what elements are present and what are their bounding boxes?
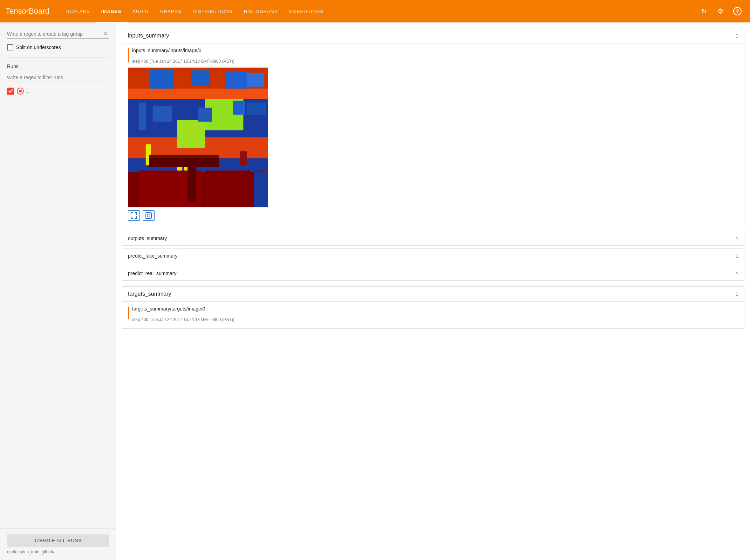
svg-rect-13 — [139, 103, 146, 131]
inputs-image-section: inputs_summary/inputs/image/0 . step 400… — [122, 43, 744, 225]
inputs-image-svg — [128, 67, 268, 207]
svg-rect-25 — [188, 167, 196, 202]
app-container: × Split on underscores Runs — [0, 22, 750, 560]
checkmark-icon — [8, 89, 13, 94]
run-radio-inner — [19, 90, 22, 93]
targets-image-step: step 400 (Tue Jan 24 2017 15:24:18 GMT-0… — [132, 317, 738, 322]
inputs-image-tag: inputs_summary/inputs/image/0 — [132, 48, 738, 53]
expand-icon — [130, 212, 137, 219]
header-actions: ↻ ⚙ ? — [697, 4, 744, 18]
app-logo: TensorBoard — [6, 7, 49, 16]
svg-rect-6 — [226, 71, 249, 89]
refresh-button[interactable]: ↻ — [697, 4, 711, 18]
svg-rect-23 — [149, 158, 219, 167]
targets-image-run: targets_summary/targets/image/0 . step 4… — [128, 306, 738, 323]
inputs-summary-count: 1 — [736, 33, 738, 39]
outputs-summary-count: 1 — [736, 236, 738, 241]
targets-image-tag: targets_summary/targets/image/0 — [132, 306, 738, 312]
app-header: TensorBoard SCALARSIMAGESAUDIOGRAPHSDIST… — [0, 0, 750, 22]
help-icon: ? — [733, 7, 742, 15]
targets-summary-header[interactable]: targets_summary 1 — [122, 287, 744, 302]
nav-item-audio[interactable]: AUDIO — [127, 1, 154, 23]
toggle-all-runs-button[interactable]: TOGGLE ALL RUNS — [7, 534, 109, 547]
svg-rect-9 — [177, 120, 205, 148]
nav-item-scalars[interactable]: SCALARS — [61, 1, 96, 23]
split-underscores-row: Split on underscores — [7, 44, 109, 50]
main-nav: SCALARSIMAGESAUDIOGRAPHSDISTRIBUTIONSHIS… — [61, 1, 697, 22]
tag-group-regex-row: × — [7, 29, 109, 39]
run-color-bar — [128, 48, 129, 62]
svg-rect-20 — [205, 171, 250, 207]
split-underscores-checkbox[interactable] — [7, 44, 13, 50]
sidebar: × Split on underscores Runs — [0, 22, 116, 560]
svg-rect-4 — [149, 69, 174, 89]
predict-real-summary-count: 1 — [736, 271, 738, 276]
inputs-image-dot: . — [132, 54, 738, 59]
run-radio[interactable] — [17, 88, 24, 95]
run-checkbox[interactable] — [7, 88, 14, 95]
expand-image-button[interactable] — [128, 210, 140, 221]
predict-real-summary-title: predict_real_summary — [128, 271, 177, 276]
outputs-summary-title: outputs_summary — [128, 235, 167, 241]
svg-rect-24 — [240, 151, 247, 165]
targets-image-dot: . — [132, 312, 738, 317]
inputs-summary-title: inputs_summary — [128, 33, 169, 39]
targets-image-info: targets_summary/targets/image/0 . step 4… — [132, 306, 738, 323]
main-content: inputs_summary 1 inputs_summary/inputs/i… — [116, 22, 750, 560]
help-button[interactable]: ? — [730, 4, 744, 18]
targets-summary-count: 1 — [736, 291, 738, 297]
inputs-image-controls — [128, 210, 738, 221]
svg-rect-15 — [198, 108, 212, 122]
outputs-summary-card[interactable]: outputs_summary 1 — [122, 231, 744, 246]
tag-group-regex-input[interactable] — [7, 30, 102, 38]
runs-label: Runs — [7, 63, 109, 69]
refresh-icon: ↻ — [701, 7, 707, 15]
inputs-summary-card: inputs_summary 1 inputs_summary/inputs/i… — [122, 28, 744, 225]
out-path: out/facades_train_github/ — [7, 549, 109, 554]
svg-rect-3 — [128, 89, 268, 99]
sidebar-divider — [7, 57, 109, 58]
nav-item-embeddings[interactable]: EMBEDDINGS — [284, 1, 329, 23]
inputs-image-step: step 400 (Tue Jan 24 2017 15:24:18 GMT-0… — [132, 59, 738, 64]
svg-rect-26 — [254, 172, 268, 207]
predict-fake-summary-card[interactable]: predict_fake_summary 1 — [122, 248, 744, 263]
predict-fake-summary-count: 1 — [736, 253, 738, 259]
run-dot-label: . — [27, 88, 28, 94]
fit-image-button[interactable] — [143, 210, 155, 221]
inputs-summary-header[interactable]: inputs_summary 1 — [122, 28, 744, 43]
clear-icon: × — [104, 30, 108, 37]
settings-icon: ⚙ — [717, 7, 724, 15]
svg-rect-16 — [233, 101, 245, 115]
predict-real-summary-card[interactable]: predict_real_summary 1 — [122, 266, 744, 281]
targets-image-section: targets_summary/targets/image/0 . step 4… — [122, 302, 744, 328]
sidebar-bottom: TOGGLE ALL RUNS out/facades_train_github… — [0, 528, 116, 560]
inputs-image-display — [128, 67, 738, 207]
regex-clear-button[interactable]: × — [102, 29, 109, 38]
svg-rect-7 — [247, 73, 264, 87]
nav-item-distributions[interactable]: DISTRIBUTIONS — [187, 1, 238, 23]
predict-fake-summary-title: predict_fake_summary — [128, 253, 178, 259]
run-color-bar-targets — [128, 307, 129, 319]
nav-item-graphs[interactable]: GRAPHS — [155, 1, 187, 23]
svg-rect-5 — [191, 70, 210, 86]
svg-rect-27 — [146, 213, 151, 218]
settings-button[interactable]: ⚙ — [714, 4, 728, 18]
svg-rect-17 — [247, 103, 266, 115]
nav-item-histograms[interactable]: HISTOGRAMS — [238, 1, 284, 23]
inputs-image-run: inputs_summary/inputs/image/0 . step 400… — [128, 48, 738, 64]
inputs-image-info: inputs_summary/inputs/image/0 . step 400… — [132, 48, 738, 64]
runs-filter-input[interactable] — [7, 73, 109, 82]
targets-summary-card: targets_summary 1 targets_summary/target… — [122, 286, 744, 329]
fit-icon — [145, 212, 152, 219]
nav-item-images[interactable]: IMAGES — [96, 1, 127, 23]
targets-summary-title: targets_summary — [128, 291, 171, 297]
runs-items-row: . — [7, 88, 109, 95]
split-underscores-label: Split on underscores — [16, 45, 61, 50]
svg-rect-14 — [153, 106, 172, 122]
